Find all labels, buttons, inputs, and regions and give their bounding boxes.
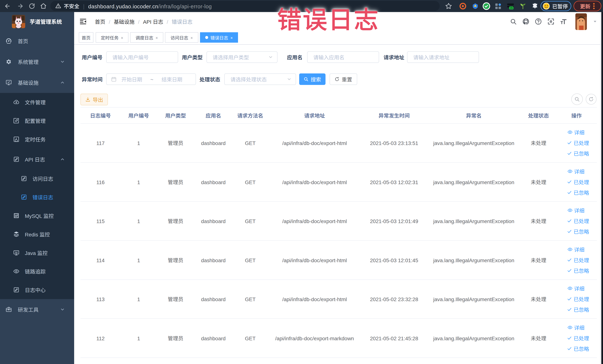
svg-text:ON: ON [510,7,513,9]
